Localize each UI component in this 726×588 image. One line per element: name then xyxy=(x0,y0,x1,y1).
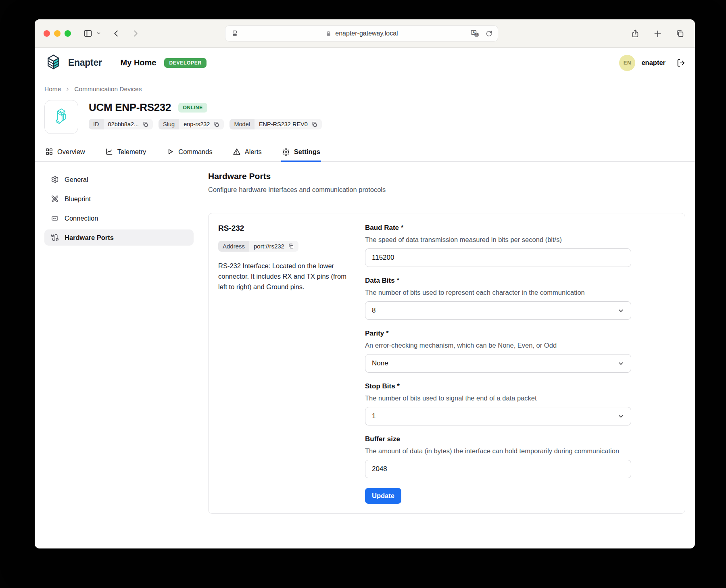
user-menu[interactable]: EN enapter xyxy=(619,55,685,71)
chevron-down-icon xyxy=(618,360,624,367)
cable-icon xyxy=(51,234,59,242)
tab-overview[interactable]: Overview xyxy=(44,144,86,161)
stop-bits-select[interactable]: 1 xyxy=(365,407,631,425)
model-chip: Model ENP-RS232 REV0 xyxy=(229,119,321,129)
data-bits-select[interactable]: 8 xyxy=(365,301,631,320)
parity-field: Parity * An error-checking mechanism, wh… xyxy=(365,329,631,373)
status-badge: ONLINE xyxy=(178,103,207,113)
avatar[interactable]: EN xyxy=(619,55,635,71)
device-info: UCM ENP-RS232 ONLINE ID 02bbb8a2... Slug… xyxy=(89,100,322,134)
url-host: enapter-gateway.local xyxy=(335,30,398,37)
app-header: Enapter My Home DEVELOPER EN enapter xyxy=(35,48,695,78)
tab-commands[interactable]: Commands xyxy=(165,144,213,161)
field-label: Parity * xyxy=(365,329,631,338)
address-bar[interactable]: enapter-gateway.local xyxy=(225,25,498,42)
browser-nav-buttons xyxy=(83,29,140,38)
username: enapter xyxy=(641,59,666,67)
rs232-card: RS-232 Address port://rs232 RS-232 Inter… xyxy=(208,213,685,514)
copy-icon[interactable] xyxy=(213,121,219,127)
page-format-icon[interactable] xyxy=(230,29,239,38)
brand-name: Enapter xyxy=(68,57,102,68)
field-description: The speed of data transmission measured … xyxy=(365,236,631,244)
sidebar-item-blueprint[interactable]: Blueprint xyxy=(44,191,194,207)
page-subtitle: Configure hardware interfaces and commun… xyxy=(208,186,685,194)
close-window-button[interactable] xyxy=(44,30,50,37)
back-icon[interactable] xyxy=(112,29,121,38)
forward-icon[interactable] xyxy=(131,29,140,38)
id-chip: ID 02bbb8a2... xyxy=(89,119,153,129)
chart-icon xyxy=(105,148,113,156)
tab-settings[interactable]: Settings xyxy=(281,144,321,162)
device-illustration-icon xyxy=(50,105,73,129)
sidebar-icon[interactable] xyxy=(83,29,93,38)
chevron-down-icon xyxy=(618,307,624,314)
stop-bits-field: Stop Bits * The number of bits used to s… xyxy=(365,382,631,425)
translate-icon[interactable] xyxy=(470,29,480,38)
tab-alerts[interactable]: Alerts xyxy=(232,144,263,161)
slug-chip: Slug enp-rs232 xyxy=(159,119,224,129)
field-description: The amount of data (in bytes) the interf… xyxy=(365,447,631,455)
breadcrumb-communication-devices[interactable]: Communication Devices xyxy=(74,85,142,93)
parity-select[interactable]: None xyxy=(365,354,631,373)
device-header: UCM ENP-RS232 ONLINE ID 02bbb8a2... Slug… xyxy=(35,95,695,134)
browser-window: enapter-gateway.local Enapter My Home DE… xyxy=(35,19,695,548)
settings-content: General Blueprint Connection Hardware Po… xyxy=(35,162,695,514)
window-controls xyxy=(44,30,71,37)
blueprint-icon xyxy=(51,195,59,203)
field-label: Data Bits * xyxy=(365,277,631,285)
browser-toolbar-right xyxy=(631,19,684,48)
settings-sidenav: General Blueprint Connection Hardware Po… xyxy=(44,171,194,514)
share-icon[interactable] xyxy=(631,29,640,38)
minimize-window-button[interactable] xyxy=(54,30,60,37)
device-tabs: Overview Telemetry Commands Alerts Setti… xyxy=(35,144,695,162)
copy-icon[interactable] xyxy=(311,121,317,127)
copy-icon[interactable] xyxy=(142,121,148,127)
buffer-size-input[interactable] xyxy=(365,460,631,478)
sidebar-item-hardware-ports[interactable]: Hardware Ports xyxy=(44,229,194,246)
tab-telemetry[interactable]: Telemetry xyxy=(104,144,147,161)
breadcrumb: Home Communication Devices xyxy=(35,78,695,95)
rs232-info-column: RS-232 Address port://rs232 RS-232 Inter… xyxy=(218,224,353,504)
buffer-size-field: Buffer size The amount of data (in bytes… xyxy=(365,435,631,478)
address-bar-actions xyxy=(470,29,493,38)
hardware-ports-panel: Hardware Ports Configure hardware interf… xyxy=(194,171,685,514)
breadcrumb-home[interactable]: Home xyxy=(44,85,61,93)
zoom-window-button[interactable] xyxy=(65,30,71,37)
new-tab-icon[interactable] xyxy=(653,29,662,38)
field-label: Baud Rate * xyxy=(365,224,631,232)
chevron-right-icon xyxy=(65,87,70,92)
enapter-logo-icon xyxy=(44,54,63,72)
field-description: An error-checking mechanism, which can b… xyxy=(365,342,631,349)
update-button[interactable]: Update xyxy=(365,488,401,504)
rs232-description: RS-232 Interface: Located on the lower c… xyxy=(218,261,353,292)
page-title: Hardware Ports xyxy=(208,171,685,181)
chevron-down-icon[interactable] xyxy=(96,31,101,36)
tab-overview-icon[interactable] xyxy=(676,29,684,38)
field-label: Buffer size xyxy=(365,435,631,443)
developer-badge: DEVELOPER xyxy=(164,58,206,68)
logout-icon[interactable] xyxy=(676,58,685,67)
field-description: The number of bits used to represent eac… xyxy=(365,289,631,296)
address-chip: Address port://rs232 xyxy=(218,241,298,252)
device-thumbnail xyxy=(44,100,78,134)
sidebar-item-general[interactable]: General xyxy=(44,171,194,188)
field-label: Stop Bits * xyxy=(365,382,631,390)
chevron-down-icon xyxy=(618,413,624,420)
site-name[interactable]: My Home xyxy=(121,58,156,67)
reload-icon[interactable] xyxy=(485,30,493,38)
grid-icon xyxy=(45,148,53,156)
browser-toolbar: enapter-gateway.local xyxy=(35,19,695,48)
brand[interactable]: Enapter xyxy=(44,54,102,72)
device-chips: ID 02bbb8a2... Slug enp-rs232 Model ENP-… xyxy=(89,119,322,129)
sidebar-item-connection[interactable]: Connection xyxy=(44,210,194,226)
device-title: UCM ENP-RS232 xyxy=(89,101,171,114)
copy-icon[interactable] xyxy=(288,243,294,249)
baud-rate-input[interactable] xyxy=(365,248,631,267)
lock-icon xyxy=(325,30,332,37)
baud-rate-field: Baud Rate * The speed of data transmissi… xyxy=(365,224,631,267)
data-bits-field: Data Bits * The number of bits used to r… xyxy=(365,277,631,320)
gear-icon xyxy=(51,175,59,183)
rs232-title: RS-232 xyxy=(218,224,353,233)
ethernet-icon xyxy=(51,214,59,222)
alert-triangle-icon xyxy=(233,148,241,156)
